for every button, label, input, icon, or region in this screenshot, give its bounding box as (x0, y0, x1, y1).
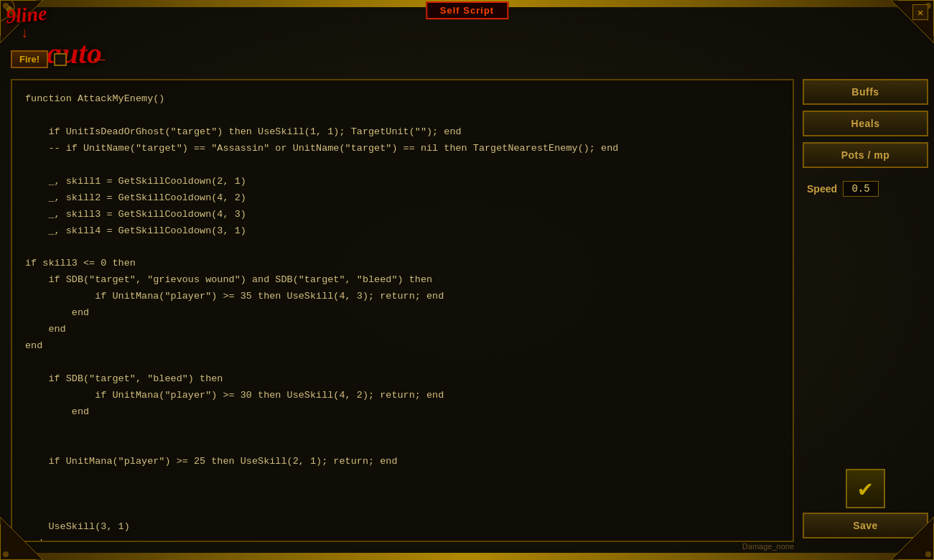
speed-control: Speed (803, 178, 928, 200)
bottom-border (0, 553, 934, 560)
code-content: function AttackMyEnemy() if UnitIsDeadOr… (25, 91, 780, 542)
speed-label: Speed (807, 183, 837, 195)
status-bar: 23 Damage_none (11, 540, 794, 553)
heals-button[interactable]: Heals (803, 111, 928, 136)
arrow-down-icon: ↓ (20, 25, 29, 42)
auto-checkbox[interactable] (54, 53, 67, 66)
fire-button[interactable]: Fire! (11, 50, 48, 68)
buffs-button[interactable]: Buffs (803, 79, 928, 105)
corner-bl-icon (0, 517, 43, 560)
svg-point-2 (3, 551, 9, 557)
corner-br-icon (891, 517, 934, 560)
right-panel: Buffs Heals Pots / mp Speed (803, 79, 928, 200)
window-title: Self Script (426, 1, 508, 19)
fire-area: Fire! (11, 50, 67, 68)
title-bar: Self Script (426, 1, 508, 19)
close-button[interactable]: ✕ (912, 4, 928, 20)
speed-input[interactable] (843, 181, 879, 197)
code-editor[interactable]: function AttackMyEnemy() if UnitIsDeadOr… (11, 79, 794, 542)
logo-text: 9line (5, 2, 48, 29)
svg-point-3 (925, 551, 931, 557)
pots-button[interactable]: Pots / mp (803, 142, 928, 168)
status-right: Damage_none (742, 542, 794, 551)
arrow-left-icon: ← (93, 49, 106, 71)
checkmark-icon: ✔ (846, 469, 885, 508)
